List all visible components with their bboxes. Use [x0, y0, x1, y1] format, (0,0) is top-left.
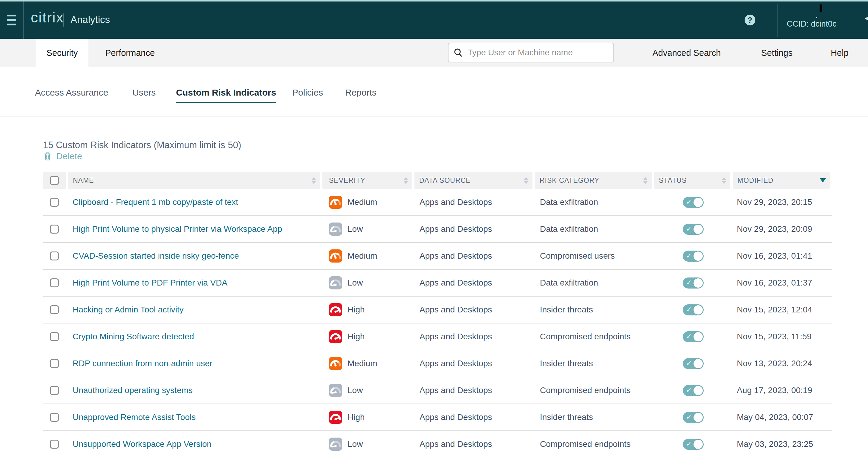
search-input[interactable]	[468, 48, 609, 57]
dot-artifact	[816, 17, 817, 18]
subnav-access-assurance[interactable]: Access Assurance	[35, 88, 108, 98]
status-toggle[interactable]	[683, 439, 704, 450]
risk-indicator-link[interactable]: RDP connection from non-admin user	[72, 359, 212, 368]
severity-icon	[329, 196, 342, 209]
appbar-divider	[23, 1, 24, 39]
risk-indicator-link[interactable]: Unsupported Workspace App Version	[72, 440, 212, 449]
column-header-data-source[interactable]: DATA SOURCE	[414, 172, 532, 189]
risk-indicator-link[interactable]: High Print Volume to physical Printer vi…	[72, 224, 282, 234]
severity-icon	[329, 437, 342, 451]
row-checkbox[interactable]	[50, 440, 59, 449]
column-header-risk-category[interactable]: RISK CATEGORY	[535, 172, 652, 189]
row-checkbox[interactable]	[50, 359, 59, 368]
severity-gauge-icon	[329, 303, 342, 316]
delete-label: Delete	[56, 151, 82, 161]
citrix-logo: citrix	[31, 9, 64, 26]
settings-link[interactable]: Settings	[761, 39, 793, 67]
row-checkbox[interactable]	[50, 413, 59, 422]
severity-icon	[329, 411, 342, 424]
column-header-severity[interactable]: SEVERITY	[322, 172, 412, 189]
toggle-knob	[693, 359, 703, 368]
sort-arrows-icon	[404, 177, 408, 184]
table-header: NAME SEVERITY DATA SOURCE RISK CATEGORY …	[43, 172, 830, 189]
help-icon[interactable]: ?	[745, 14, 755, 25]
modified-cell: Nov 29, 2023, 20:09	[733, 224, 830, 234]
risk-category-cell: Compromised endpoints	[535, 332, 652, 342]
toggle-knob	[693, 386, 703, 395]
delete-button[interactable]: Delete	[43, 151, 82, 161]
page-title: 15 Custom Risk Indicators (Maximum limit…	[43, 140, 241, 151]
brand-separator	[63, 13, 64, 27]
data-source-cell: Apps and Desktops	[414, 413, 532, 422]
modified-cell: Nov 16, 2023, 01:41	[733, 251, 830, 261]
hamburger-menu-icon[interactable]	[7, 14, 16, 26]
row-checkbox[interactable]	[50, 252, 59, 260]
help-link[interactable]: Help	[831, 39, 848, 67]
risk-indicator-link[interactable]: Clipboard - Frequent 1 mb copy/paste of …	[72, 197, 238, 207]
advanced-search-link[interactable]: Advanced Search	[653, 39, 721, 67]
status-toggle[interactable]	[683, 331, 704, 342]
severity-gauge-icon	[329, 196, 342, 209]
modified-cell: Nov 29, 2023, 20:15	[733, 197, 830, 207]
table-row: CVAD-Session started inside risky geo-fe…	[43, 243, 832, 270]
status-toggle[interactable]	[683, 412, 704, 423]
tab-security[interactable]: Security	[36, 39, 88, 67]
risk-category-cell: Insider threats	[535, 305, 652, 315]
risk-category-cell: Insider threats	[535, 359, 652, 368]
sort-arrows-icon	[312, 177, 316, 184]
subnav-users[interactable]: Users	[132, 88, 156, 98]
subnav-custom-risk-indicators[interactable]: Custom Risk Indicators	[176, 88, 276, 98]
severity-label: Low	[347, 224, 363, 234]
column-header-status[interactable]: STATUS	[654, 172, 730, 189]
toggle-knob	[693, 279, 703, 288]
modified-cell: Nov 16, 2023, 01:37	[733, 278, 830, 288]
status-toggle[interactable]	[683, 385, 704, 396]
sort-arrows-icon	[643, 177, 648, 184]
risk-indicator-link[interactable]: Unauthorized operating systems	[72, 386, 193, 395]
sort-arrows-icon	[722, 177, 726, 184]
status-toggle[interactable]	[683, 251, 704, 262]
truncated-avatar-artifact	[819, 4, 822, 12]
risk-indicator-link[interactable]: Hacking or Admin Tool activity	[72, 305, 183, 314]
row-checkbox[interactable]	[50, 225, 59, 234]
subnav-reports[interactable]: Reports	[345, 88, 376, 98]
risk-indicator-link[interactable]: CVAD-Session started inside risky geo-fe…	[72, 251, 239, 260]
risk-category-cell: Compromised endpoints	[535, 386, 652, 395]
severity-label: Medium	[347, 197, 377, 207]
severity-label: High	[347, 332, 365, 342]
row-checkbox[interactable]	[50, 305, 59, 314]
column-header-modified[interactable]: MODIFIED	[733, 172, 830, 189]
tab-performance[interactable]: Performance	[105, 39, 155, 67]
severity-label: High	[347, 413, 365, 422]
severity-icon	[329, 384, 342, 397]
risk-indicator-link[interactable]: High Print Volume to PDF Printer via VDA	[72, 278, 227, 287]
row-checkbox[interactable]	[50, 198, 59, 207]
risk-category-cell: Data exfiltration	[535, 197, 652, 207]
data-source-cell: Apps and Desktops	[414, 278, 532, 288]
app-bar: citrix Analytics ? CCID: dcint0c	[0, 1, 868, 39]
row-checkbox[interactable]	[50, 386, 59, 395]
severity-gauge-icon	[329, 330, 342, 343]
table-row: RDP connection from non-admin user Mediu…	[43, 350, 832, 377]
chevron-down-icon[interactable]	[865, 16, 868, 21]
severity-icon	[329, 303, 342, 316]
status-toggle[interactable]	[683, 304, 704, 316]
severity-icon	[329, 276, 342, 289]
select-all-checkbox[interactable]	[50, 176, 59, 185]
row-checkbox[interactable]	[50, 332, 59, 341]
status-toggle[interactable]	[683, 358, 704, 369]
risk-indicator-link[interactable]: Crypto Mining Software detected	[72, 332, 194, 341]
column-header-name[interactable]: NAME	[68, 172, 320, 189]
table-row: Unapproved Remote Assist Tools High Apps…	[43, 404, 832, 431]
toggle-knob	[693, 252, 703, 261]
table-row: Unauthorized operating systems Low Apps …	[43, 377, 832, 404]
status-toggle[interactable]	[683, 197, 704, 208]
status-toggle[interactable]	[683, 224, 704, 235]
row-checkbox[interactable]	[50, 279, 59, 287]
modified-cell: May 03, 2023, 23:25	[733, 440, 830, 449]
risk-category-cell: Insider threats	[535, 413, 652, 422]
risk-indicator-link[interactable]: Unapproved Remote Assist Tools	[72, 413, 196, 422]
subnav-policies[interactable]: Policies	[292, 88, 323, 98]
data-source-cell: Apps and Desktops	[414, 224, 532, 234]
status-toggle[interactable]	[683, 278, 704, 289]
